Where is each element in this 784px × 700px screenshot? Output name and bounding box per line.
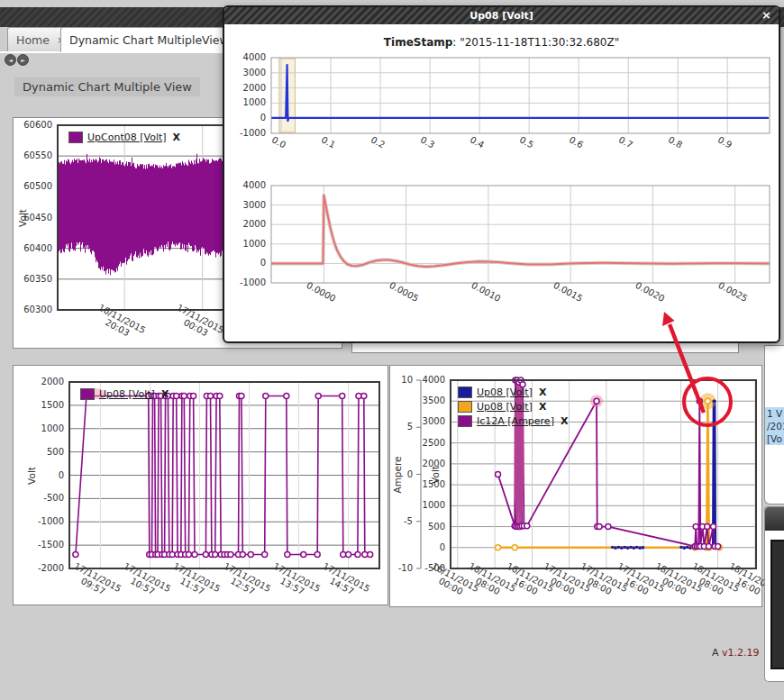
- axis-tick-label: -1000: [21, 516, 64, 526]
- legend-row: Up08 [Volt] X: [458, 400, 568, 413]
- axis-tick-label: -1000: [223, 277, 266, 287]
- close-icon[interactable]: ×: [761, 8, 771, 22]
- legend-row: Up08 [Volt] X: [80, 387, 169, 400]
- legend-swatch: [458, 401, 472, 413]
- popup-title: Up08 [Volt]: [469, 10, 533, 22]
- axis-tick-label: 2000: [223, 219, 266, 229]
- axis-tick-label: 500: [21, 447, 64, 457]
- axis-tick-label: 60350: [9, 274, 52, 284]
- axis-tick-label: 2000: [21, 377, 64, 386]
- legend: Up08 [Volt] X: [80, 387, 169, 400]
- axis-tick-label: 60300: [9, 305, 52, 314]
- legend: UpCont08 [Volt] X: [68, 131, 180, 143]
- axis-tick-label: 60550: [9, 150, 52, 160]
- axis-tick-label: 2500: [402, 438, 445, 448]
- legend: Up08 [Volt] X Up08 [Volt] X Ic12A [Amper…: [458, 386, 568, 427]
- legend-swatch: [458, 415, 472, 427]
- axis-tick-label: 5: [387, 422, 413, 432]
- popup-chart-top: -1000010002000300040000.00.10.20.30.40.5…: [232, 52, 771, 169]
- legend-remove-button[interactable]: X: [173, 132, 180, 143]
- axis-tick-label: 1000: [21, 423, 64, 433]
- axis-tick-label: 3000: [223, 200, 266, 210]
- popup-titlebar[interactable]: Up08 [Volt] ×: [224, 7, 779, 24]
- legend-swatch: [80, 388, 95, 400]
- y-axis-label: Volt: [17, 209, 28, 227]
- nav-forward-button[interactable]: ►: [17, 54, 29, 66]
- axis-tick-label: -10: [387, 563, 413, 573]
- y-axis-label: Volt: [430, 466, 441, 484]
- axis-tick-label: 1000: [223, 97, 266, 107]
- legend-swatch: [458, 386, 472, 398]
- timestamp-line: TimeStamp: "2015-11-18T11:30:32.680Z": [224, 36, 779, 49]
- axis-tick-label: -5: [387, 516, 413, 526]
- legend-series-link[interactable]: Ic12A [Ampere]: [477, 415, 554, 427]
- axis-tick-label: 60450: [9, 213, 52, 223]
- axis-tick-label: 0: [402, 542, 445, 552]
- tab-dcmv-label: Dynamic Chart MultipleView: [69, 33, 229, 47]
- legend-remove-button[interactable]: X: [161, 388, 169, 400]
- side-panel-dark: [764, 506, 784, 682]
- axis-tick-label: 3000: [223, 68, 266, 77]
- axis-tick-label: -500: [21, 493, 64, 503]
- outer-y-axis-label: Ampere: [392, 456, 403, 493]
- legend-row: Up08 [Volt] X: [458, 386, 568, 398]
- y-axis-label: Volt: [26, 467, 37, 485]
- axis-tick-label: 1500: [21, 400, 64, 410]
- popup-up08-volt: Up08 [Volt] × TimeStamp: "2015-11-18T11:…: [223, 5, 780, 343]
- legend-remove-button[interactable]: X: [539, 386, 546, 398]
- legend-series-link[interactable]: UpCont08 [Volt]: [87, 132, 167, 143]
- axis-tick-label: 0: [223, 258, 266, 268]
- axis-tick-label: 1000: [402, 500, 445, 510]
- axis-tick-label: 10: [387, 375, 413, 385]
- timestamp-label: TimeStamp: [384, 36, 453, 49]
- chart-up08-panel: Up08 [Volt] X -2000-1500-1000-5000500100…: [13, 365, 388, 605]
- list-item[interactable]: 1 V: [765, 407, 784, 420]
- app-version: A v1.2.19: [712, 647, 760, 659]
- page-title: Dynamic Chart Multiple View: [14, 77, 200, 96]
- legend-series-link[interactable]: Up08 [Volt]: [477, 386, 533, 398]
- legend-remove-button[interactable]: X: [561, 415, 568, 427]
- list-item[interactable]: /201: [765, 420, 784, 432]
- axis-tick-label: 1000: [223, 239, 266, 249]
- popup-chart-bottom: -1000010002000300040000.00000.00050.0010…: [232, 178, 771, 333]
- axis-tick-label: 60400: [9, 243, 52, 253]
- timestamp-value: "2015-11-18T11:30:32.680Z": [460, 36, 619, 49]
- legend-remove-button[interactable]: X: [539, 401, 546, 413]
- list-item[interactable]: [Vo: [765, 432, 784, 445]
- legend-row: UpCont08 [Volt] X: [68, 131, 180, 143]
- axis-tick-label: 60600: [9, 120, 52, 130]
- axis-tick-label: 2000: [223, 83, 266, 93]
- side-panel-dark-content: [770, 540, 784, 669]
- axis-tick-label: 4000: [223, 52, 266, 62]
- side-panel-list: 1 V /201 [Vo: [764, 345, 784, 505]
- axis-tick-label: 60500: [9, 181, 52, 191]
- nav-back-button[interactable]: ◄: [5, 54, 16, 66]
- modal_bottom-plot[interactable]: [232, 178, 771, 333]
- axis-tick-label: 4000: [223, 180, 266, 190]
- side-panel-dark-header[interactable]: [765, 507, 784, 531]
- tab-home-label: Home: [16, 33, 50, 47]
- chart-multi-panel: Up08 [Volt] X Up08 [Volt] X Ic12A [Amper…: [389, 365, 762, 607]
- legend-row: Ic12A [Ampere] X: [458, 414, 568, 427]
- axis-tick-label: 3500: [402, 395, 445, 405]
- legend-swatch: [68, 132, 83, 143]
- side-panel-selection[interactable]: 1 V /201 [Vo: [765, 407, 784, 445]
- legend-series-link[interactable]: Up08 [Volt]: [477, 401, 533, 413]
- axis-tick-label: -1500: [21, 540, 64, 550]
- legend-series-link[interactable]: Up08 [Volt]: [99, 388, 155, 400]
